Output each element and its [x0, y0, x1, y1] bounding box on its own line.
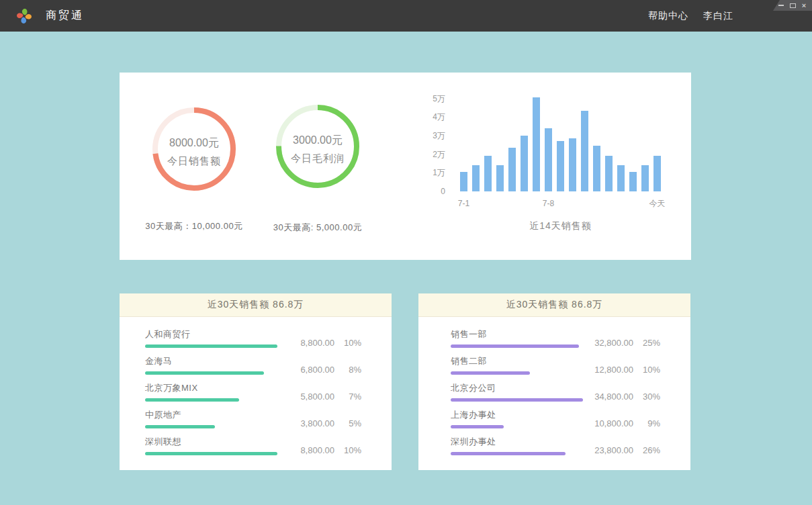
y-axis-tick: 2万 [415, 149, 445, 160]
help-center-link[interactable]: 帮助中心 [648, 10, 688, 22]
ranking-row: 人和商贸行8,800.0010% [145, 329, 361, 356]
row-amount: 34,800.00 [581, 392, 633, 402]
department-card-title: 近30天销售额 86.8万 [506, 299, 603, 311]
x-axis-tick: 7-8 [543, 199, 554, 208]
row-amount: 32,800.00 [581, 338, 633, 348]
today-sales-donut: 8000.00元 今日销售额 [152, 107, 236, 191]
row-values: 10,800.009% [581, 418, 660, 428]
row-amount: 3,800.00 [282, 418, 334, 428]
bar [533, 97, 540, 191]
department-card-header: 近30天销售额 86.8万 [418, 293, 690, 317]
row-percent: 8% [334, 365, 361, 375]
row-amount: 10,800.00 [581, 418, 633, 428]
row-bar [145, 398, 239, 402]
row-values: 8,800.0010% [282, 338, 361, 348]
row-amount: 8,800.00 [282, 445, 334, 455]
row-percent: 10% [334, 445, 361, 455]
row-bar [145, 425, 215, 428]
bar [629, 172, 637, 191]
bar-chart-title: 近14天销售额 [460, 220, 661, 232]
today-profit-donut: 3000.00元 今日毛利润 [276, 105, 359, 188]
profit-30day-max: 30天最高: 5,000.00元 [254, 222, 381, 234]
row-bar [451, 398, 583, 402]
ranking-row: 北京分公司34,800.0030% [451, 383, 660, 410]
maximize-button[interactable] [789, 1, 796, 9]
row-amount: 6,800.00 [282, 365, 334, 375]
customer-card-header: 近30天销售额 86.8万 [120, 293, 392, 317]
ranking-row: 销售二部12,800.0010% [451, 356, 660, 383]
ranking-row: 金海马6,800.008% [145, 356, 361, 383]
bar [569, 138, 576, 191]
today-profit-value: 3000.00元 [293, 134, 343, 148]
ranking-row: 中原地产3,800.005% [145, 410, 361, 437]
ranking-row: 上海办事处10,800.009% [451, 410, 660, 437]
bar [641, 165, 649, 191]
titlebar: 商贸通 帮助中心 李白江 × [0, 0, 812, 32]
bar [581, 111, 588, 191]
department-rows: 销售一部32,800.0025%销售二部12,800.0010%北京分公司34,… [418, 317, 690, 463]
row-bar [451, 425, 504, 428]
row-bar [451, 371, 530, 375]
sales-14day-bar-chart: 近14天销售额 01万2万3万4万5万7-17-8今天 [415, 93, 684, 240]
ranking-row: 深圳办事处23,800.0026% [451, 437, 660, 463]
bar [593, 146, 600, 191]
row-amount: 23,800.00 [581, 445, 633, 455]
row-percent: 30% [633, 392, 660, 402]
y-axis-tick: 0 [415, 186, 445, 197]
x-axis-tick: 今天 [649, 199, 666, 208]
row-values: 34,800.0030% [581, 392, 660, 402]
overview-card: 8000.00元 今日销售额 30天最高：10,000.00元 3000.00元… [120, 73, 691, 260]
row-percent: 7% [334, 392, 361, 402]
bar [496, 165, 504, 191]
close-icon: × [802, 2, 806, 9]
x-axis-tick: 7-1 [458, 199, 469, 208]
bar [605, 156, 613, 191]
y-axis-tick: 1万 [415, 167, 445, 178]
row-bar [451, 452, 566, 455]
y-axis-tick: 5万 [415, 93, 445, 104]
customer-rows: 人和商贸行8,800.0010%金海马6,800.008%北京万象MIX5,80… [120, 317, 392, 463]
row-values: 32,800.0025% [581, 338, 660, 348]
sales-30day-max: 30天最高：10,000.00元 [130, 220, 258, 232]
ranking-row: 深圳联想8,800.0010% [145, 437, 361, 463]
row-values: 8,800.0010% [282, 445, 361, 455]
close-button[interactable]: × [801, 1, 807, 9]
row-values: 12,800.0010% [581, 365, 660, 375]
row-percent: 10% [633, 365, 660, 375]
row-values: 6,800.008% [282, 365, 361, 375]
maximize-icon [790, 3, 796, 8]
minimize-button[interactable] [778, 1, 784, 9]
minimize-icon [778, 5, 784, 6]
bar [545, 128, 552, 191]
row-percent: 25% [633, 338, 660, 348]
row-bar [145, 452, 277, 455]
bar [617, 165, 625, 191]
ranking-row: 销售一部32,800.0025% [451, 329, 660, 356]
app-title: 商贸通 [46, 9, 84, 23]
row-values: 23,800.0026% [581, 445, 660, 455]
today-sales-caption: 今日销售额 [167, 155, 221, 168]
bar [484, 156, 492, 191]
department-ranking-card: 近30天销售额 86.8万 销售一部32,800.0025%销售二部12,800… [418, 293, 690, 470]
pinwheel-logo-icon [15, 7, 34, 26]
customer-card-title: 近30天销售额 86.8万 [208, 299, 304, 311]
titlebar-right: 帮助中心 李白江 [648, 0, 733, 32]
ranking-row: 北京万象MIX5,800.007% [145, 383, 361, 410]
window-controls: × [773, 0, 812, 11]
row-percent: 10% [334, 338, 361, 348]
today-profit-caption: 今日毛利润 [291, 152, 345, 165]
today-sales-value: 8000.00元 [169, 136, 219, 150]
bar [521, 136, 528, 191]
y-axis-tick: 3万 [415, 130, 445, 141]
bar [557, 141, 564, 191]
dashboard: 8000.00元 今日销售额 30天最高：10,000.00元 3000.00元… [0, 32, 812, 505]
bar [508, 148, 516, 191]
user-menu[interactable]: 李白江 [703, 10, 733, 22]
row-bar [145, 371, 264, 375]
row-amount: 5,800.00 [282, 392, 334, 402]
y-axis-tick: 4万 [415, 111, 445, 122]
row-percent: 5% [334, 418, 361, 428]
row-bar [145, 345, 277, 348]
row-percent: 9% [633, 418, 660, 428]
bar [653, 156, 661, 191]
